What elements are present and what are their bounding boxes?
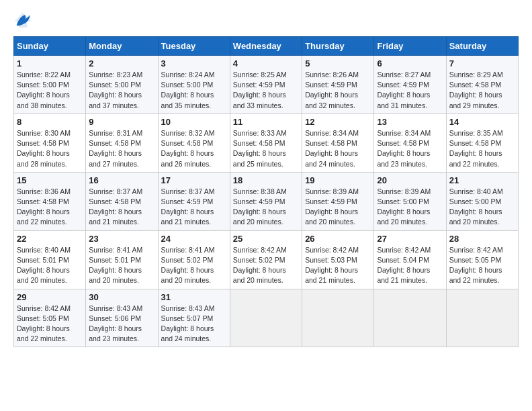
calendar-cell: 17 Sunrise: 8:37 AM Sunset: 4:59 PM Dayl… [158,172,230,230]
week-row-1: 1 Sunrise: 8:22 AM Sunset: 5:00 PM Dayli… [14,56,519,114]
calendar-cell: 5 Sunrise: 8:26 AM Sunset: 4:59 PM Dayli… [302,56,374,114]
sunset-label: Sunset: 4:59 PM [305,197,357,205]
sunset-label: Sunset: 4:59 PM [161,197,214,205]
sunrise-label: Sunrise: 8:42 AM [17,304,71,312]
weekday-header-wednesday: Wednesday [230,37,302,56]
calendar-cell: 11 Sunrise: 8:33 AM Sunset: 4:58 PM Dayl… [230,113,302,172]
sunrise-label: Sunrise: 8:42 AM [377,246,431,254]
sunset-label: Sunset: 4:59 PM [233,197,285,205]
weekday-header-monday: Monday [86,37,158,56]
sunrise-label: Sunrise: 8:39 AM [305,187,359,195]
daylight-label: Daylight: 8 hours and 21 minutes. [161,208,214,226]
day-number: 2 [89,58,154,68]
calendar-cell: 15 Sunrise: 8:36 AM Sunset: 4:58 PM Dayl… [14,172,86,230]
day-info: Sunrise: 8:33 AM Sunset: 4:58 PM Dayligh… [233,128,299,169]
day-info: Sunrise: 8:36 AM Sunset: 4:58 PM Dayligh… [17,187,83,228]
day-number: 5 [305,58,371,68]
calendar-cell: 19 Sunrise: 8:39 AM Sunset: 4:59 PM Dayl… [302,172,374,230]
sunrise-label: Sunrise: 8:37 AM [161,187,215,195]
daylight-label: Daylight: 8 hours and 33 minutes. [233,91,286,109]
sunrise-label: Sunrise: 8:22 AM [17,71,71,79]
daylight-label: Daylight: 8 hours and 23 minutes. [377,149,430,167]
day-info: Sunrise: 8:40 AM Sunset: 5:01 PM Dayligh… [17,245,83,286]
sunrise-label: Sunrise: 8:34 AM [377,129,431,137]
day-number: 29 [17,292,83,302]
daylight-label: Daylight: 8 hours and 22 minutes. [449,149,502,167]
sunset-label: Sunset: 4:58 PM [89,139,141,147]
calendar-cell: 28 Sunrise: 8:42 AM Sunset: 5:05 PM Dayl… [446,230,518,289]
calendar-cell: 10 Sunrise: 8:32 AM Sunset: 4:58 PM Dayl… [158,113,230,172]
day-info: Sunrise: 8:34 AM Sunset: 4:58 PM Dayligh… [377,128,443,169]
day-number: 9 [89,117,154,127]
day-number: 31 [161,292,227,302]
calendar-cell: 3 Sunrise: 8:24 AM Sunset: 5:00 PM Dayli… [158,56,230,114]
day-info: Sunrise: 8:29 AM Sunset: 4:58 PM Dayligh… [449,70,515,111]
sunset-label: Sunset: 4:58 PM [17,197,69,205]
day-info: Sunrise: 8:22 AM Sunset: 5:00 PM Dayligh… [17,70,83,111]
sunrise-label: Sunrise: 8:30 AM [17,129,71,137]
sunrise-label: Sunrise: 8:43 AM [161,304,215,312]
day-number: 1 [17,58,83,68]
calendar-cell: 18 Sunrise: 8:38 AM Sunset: 4:59 PM Dayl… [230,172,302,230]
sunrise-label: Sunrise: 8:33 AM [233,129,287,137]
daylight-label: Daylight: 8 hours and 27 minutes. [89,149,142,167]
calendar-cell: 27 Sunrise: 8:42 AM Sunset: 5:04 PM Dayl… [374,230,446,289]
day-number: 6 [377,58,443,68]
day-number: 3 [161,58,227,68]
sunset-label: Sunset: 5:02 PM [233,256,285,264]
daylight-label: Daylight: 8 hours and 24 minutes. [161,324,214,342]
day-number: 4 [233,58,299,68]
day-number: 17 [161,175,227,185]
sunset-label: Sunset: 5:00 PM [89,81,141,89]
day-info: Sunrise: 8:27 AM Sunset: 4:59 PM Dayligh… [377,70,443,111]
calendar-cell: 24 Sunrise: 8:41 AM Sunset: 5:02 PM Dayl… [158,230,230,289]
sunset-label: Sunset: 5:01 PM [17,256,69,264]
calendar-cell: 4 Sunrise: 8:25 AM Sunset: 4:59 PM Dayli… [230,56,302,114]
daylight-label: Daylight: 8 hours and 26 minutes. [161,149,214,167]
day-info: Sunrise: 8:35 AM Sunset: 4:58 PM Dayligh… [449,128,515,169]
calendar-cell: 13 Sunrise: 8:34 AM Sunset: 4:58 PM Dayl… [374,113,446,172]
daylight-label: Daylight: 8 hours and 20 minutes. [161,266,214,284]
calendar-cell [230,289,302,347]
daylight-label: Daylight: 8 hours and 38 minutes. [17,91,70,109]
day-info: Sunrise: 8:23 AM Sunset: 5:00 PM Dayligh… [89,70,154,111]
week-row-3: 15 Sunrise: 8:36 AM Sunset: 4:58 PM Dayl… [14,172,519,230]
sunrise-label: Sunrise: 8:29 AM [449,71,503,79]
calendar-cell: 21 Sunrise: 8:40 AM Sunset: 5:00 PM Dayl… [446,172,518,230]
daylight-label: Daylight: 8 hours and 32 minutes. [305,91,358,109]
sunset-label: Sunset: 4:58 PM [233,139,285,147]
day-number: 21 [449,175,515,185]
day-number: 22 [17,234,83,244]
day-info: Sunrise: 8:41 AM Sunset: 5:01 PM Dayligh… [89,245,154,286]
day-info: Sunrise: 8:26 AM Sunset: 4:59 PM Dayligh… [305,70,371,111]
day-info: Sunrise: 8:42 AM Sunset: 5:05 PM Dayligh… [449,245,515,286]
calendar-cell: 1 Sunrise: 8:22 AM Sunset: 5:00 PM Dayli… [14,56,86,114]
sunset-label: Sunset: 5:00 PM [17,81,69,89]
day-number: 27 [377,234,443,244]
calendar-cell: 29 Sunrise: 8:42 AM Sunset: 5:05 PM Dayl… [14,289,86,347]
daylight-label: Daylight: 8 hours and 31 minutes. [377,91,430,109]
daylight-label: Daylight: 8 hours and 20 minutes. [233,208,286,226]
sunset-label: Sunset: 4:59 PM [377,81,429,89]
calendar-cell: 2 Sunrise: 8:23 AM Sunset: 5:00 PM Dayli… [86,56,158,114]
calendar-cell: 20 Sunrise: 8:39 AM Sunset: 5:00 PM Dayl… [374,172,446,230]
sunset-label: Sunset: 4:59 PM [233,81,285,89]
sunrise-label: Sunrise: 8:23 AM [89,71,142,79]
sunset-label: Sunset: 5:01 PM [89,256,141,264]
daylight-label: Daylight: 8 hours and 20 minutes. [305,208,358,226]
day-info: Sunrise: 8:42 AM Sunset: 5:04 PM Dayligh… [377,245,443,286]
day-number: 19 [305,175,371,185]
day-info: Sunrise: 8:42 AM Sunset: 5:03 PM Dayligh… [305,245,371,286]
day-number: 14 [449,117,515,127]
sunset-label: Sunset: 4:58 PM [449,139,502,147]
sunrise-label: Sunrise: 8:41 AM [89,246,142,254]
calendar-cell: 31 Sunrise: 8:43 AM Sunset: 5:07 PM Dayl… [158,289,230,347]
calendar-cell: 8 Sunrise: 8:30 AM Sunset: 4:58 PM Dayli… [14,113,86,172]
sunrise-label: Sunrise: 8:25 AM [233,71,287,79]
sunrise-label: Sunrise: 8:42 AM [233,246,287,254]
daylight-label: Daylight: 8 hours and 20 minutes. [89,266,142,284]
logo [13,11,35,30]
day-info: Sunrise: 8:43 AM Sunset: 5:06 PM Dayligh… [89,304,154,345]
day-number: 20 [377,175,443,185]
sunset-label: Sunset: 4:58 PM [89,197,141,205]
